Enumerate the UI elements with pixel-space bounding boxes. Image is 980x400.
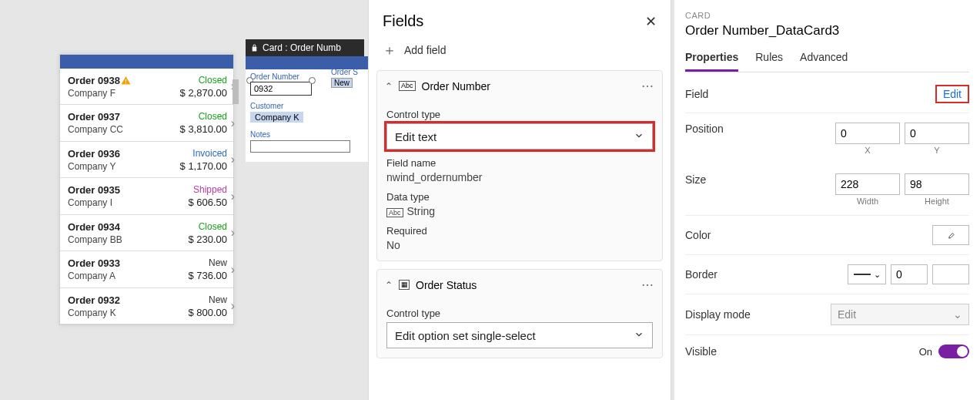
add-field-label: Add field: [404, 44, 446, 56]
chevron-right-icon: ›: [231, 226, 235, 240]
fields-title: Fields: [383, 12, 423, 30]
chevron-down-icon: ⌄: [874, 270, 881, 280]
control-type-label: Control type: [386, 109, 653, 120]
order-price: $ 1,170.00: [180, 160, 227, 173]
field-card-order-number: ⌃ Abc Order Number ⋯ Control type Edit t…: [376, 70, 663, 261]
string-type-icon: Abc: [386, 208, 403, 217]
field-card-head-status[interactable]: ⌃ ▦ Order Status ⋯: [377, 270, 662, 300]
border-label: Border: [685, 268, 848, 281]
card-name: Order Number_DataCard3: [685, 23, 969, 39]
chevron-down-icon: [634, 329, 644, 342]
svg-rect-1: [125, 82, 126, 83]
mini-order-status-label: Order S: [331, 68, 358, 76]
order-status: Closed: [199, 111, 227, 123]
order-company: Company I: [68, 197, 120, 210]
control-type-dropdown-status[interactable]: Edit option set single-select: [386, 322, 653, 348]
w-sub: Width: [835, 197, 900, 206]
tab-properties[interactable]: Properties: [685, 46, 738, 72]
display-mode-label: Display mode: [685, 308, 831, 321]
warning-icon: [121, 76, 131, 86]
field-card-head[interactable]: ⌃ Abc Order Number ⋯: [377, 71, 662, 101]
edit-field-button[interactable]: Edit: [935, 85, 969, 103]
field-name-value: nwind_ordernumber: [386, 171, 653, 183]
field-name-label: Field name: [386, 157, 653, 169]
order-row[interactable]: Order 0938Company FClosed$ 2,870.00›: [60, 69, 233, 105]
mini-notes-input[interactable]: [250, 140, 350, 153]
order-company: Company BB: [68, 234, 122, 247]
position-label: Position: [685, 123, 835, 135]
order-row[interactable]: Order 0937Company CCClosed$ 3,810.00›: [60, 105, 233, 141]
close-icon[interactable]: ✕: [645, 13, 657, 30]
order-name: Order 0935: [68, 184, 120, 197]
field-card-order-status: ⌃ ▦ Order Status ⋯ Control type Edit opt…: [376, 269, 663, 358]
control-type-dropdown[interactable]: Edit text: [386, 123, 653, 150]
order-row[interactable]: Order 0936Company YInvoiced$ 1,170.00›: [60, 142, 233, 178]
display-mode-dropdown[interactable]: Edit ⌄: [831, 304, 969, 325]
width-input[interactable]: [835, 173, 900, 195]
chevron-up-icon: ⌃: [385, 280, 393, 291]
svg-rect-0: [125, 79, 126, 82]
chevron-right-icon: ›: [231, 190, 235, 203]
order-status: Invoiced: [192, 148, 227, 160]
properties-pane: CARD Order Number_DataCard3 Properties R…: [674, 0, 980, 400]
mini-notes-label: Notes: [250, 130, 364, 139]
optionset-type-icon: ▦: [399, 280, 410, 290]
order-row[interactable]: Order 0935Company IShipped$ 606.50›: [60, 178, 233, 214]
order-price: $ 3,810.00: [180, 123, 227, 136]
order-price: $ 800.00: [188, 307, 227, 320]
scroll-down-icon[interactable]: [232, 79, 239, 104]
mini-order-status: Order S New: [331, 68, 358, 88]
field-card-heading: Order Number: [422, 80, 490, 92]
order-status: Closed: [199, 221, 227, 234]
add-field-button[interactable]: ＋ Add field: [369, 38, 671, 70]
control-type-value-status: Edit option set single-select: [395, 329, 536, 342]
field-card-heading-status: Order Status: [416, 279, 477, 291]
text-type-icon: Abc: [399, 81, 416, 91]
border-style-dropdown[interactable]: ⌄: [848, 264, 886, 284]
tab-advanced[interactable]: Advanced: [800, 46, 848, 72]
border-width-input[interactable]: [891, 264, 928, 284]
border-color-picker[interactable]: [932, 264, 969, 284]
order-row[interactable]: Order 0932Company KNew$ 800.00›: [60, 288, 233, 324]
mini-customer-label: Customer: [250, 102, 364, 110]
color-label: Color: [685, 229, 932, 241]
more-icon[interactable]: ⋯: [641, 79, 654, 93]
color-picker[interactable]: [932, 225, 969, 245]
tab-rules[interactable]: Rules: [755, 46, 783, 72]
more-icon[interactable]: ⋯: [641, 277, 654, 292]
order-name: Order 0937: [68, 111, 123, 124]
fields-pane: Fields ✕ ＋ Add field ⌃ Abc Order Number …: [368, 0, 671, 400]
order-list: Order 0938Company FClosed$ 2,870.00›Orde…: [59, 54, 234, 325]
height-input[interactable]: [905, 173, 969, 195]
order-company: Company Y: [68, 161, 120, 173]
y-sub: Y: [905, 146, 969, 155]
order-row[interactable]: Order 0934Company BBClosed$ 230.00›: [60, 215, 233, 251]
chevron-down-icon: [634, 130, 644, 143]
order-row[interactable]: Order 0933Company ANew$ 736.00›: [60, 251, 233, 287]
field-label: Field: [685, 88, 935, 100]
mini-customer-value[interactable]: Company K: [250, 112, 303, 123]
h-sub: Height: [905, 197, 969, 206]
order-price: $ 736.00: [188, 270, 227, 283]
plus-icon: ＋: [383, 41, 396, 59]
order-name: Order 0933: [68, 257, 120, 271]
order-name: Order 0936: [68, 148, 120, 161]
order-name: Order 0938: [68, 75, 131, 88]
chevron-right-icon: ›: [231, 263, 235, 277]
position-y-input[interactable]: [905, 123, 969, 144]
size-label: Size: [685, 173, 835, 186]
order-price: $ 2,870.00: [180, 87, 227, 100]
mini-order-status-value[interactable]: New: [331, 78, 353, 88]
visible-toggle[interactable]: [938, 345, 969, 358]
x-sub: X: [835, 146, 900, 155]
position-x-input[interactable]: [835, 123, 900, 144]
order-list-header: [60, 55, 233, 69]
order-status: New: [209, 294, 227, 307]
order-status: Shipped: [193, 184, 227, 197]
order-status: New: [209, 257, 227, 270]
order-company: Company CC: [68, 124, 123, 136]
chevron-right-icon: ›: [231, 299, 235, 313]
mini-order-number-input[interactable]: [250, 82, 312, 96]
chevron-right-icon: ›: [231, 116, 235, 130]
data-type-label: Data type: [386, 191, 653, 203]
